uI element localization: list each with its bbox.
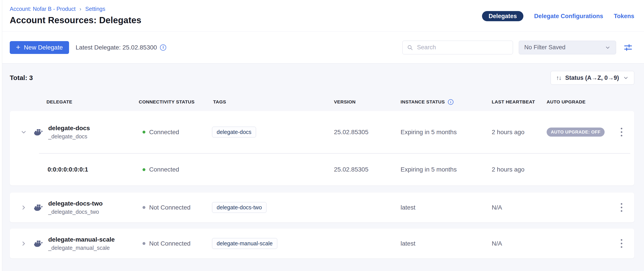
expand-row-button[interactable] <box>20 204 27 211</box>
table-header-row: DELEGATE CONNECTIVITY STATUS TAGS VERSIO… <box>10 93 634 110</box>
chevron-down-icon <box>605 45 610 50</box>
breadcrumb-account-link[interactable]: Account: Nofar B - Product <box>10 6 76 12</box>
tab-tokens[interactable]: Tokens <box>614 13 634 20</box>
docker-icon <box>34 239 44 248</box>
search-icon <box>407 44 413 51</box>
delegate-identifier: _delegate_manual_scale <box>48 245 115 251</box>
search-input[interactable] <box>416 44 508 51</box>
column-header-delegate: DELEGATE <box>10 99 139 105</box>
not-connected-dot-icon <box>142 242 146 245</box>
connected-dot-icon <box>142 131 146 134</box>
chevron-down-icon <box>623 75 629 81</box>
row-menu-button[interactable] <box>616 201 626 214</box>
connected-dot-icon <box>142 168 146 171</box>
instance-status-cell: latest <box>400 240 492 247</box>
delegate-identifier: _delegate_docs <box>48 133 90 140</box>
last-heartbeat-cell: 2 hours ago <box>492 129 547 136</box>
connectivity-status-cell: Not Connected <box>139 204 212 211</box>
tab-delegates[interactable]: Delegates <box>482 11 524 21</box>
chevron-down-icon <box>20 129 27 135</box>
sort-select[interactable]: ↑↓ Status (A→Z, 0→9) <box>550 71 634 85</box>
table-row[interactable]: delegate-docs _delegate_docs Connected d… <box>10 111 634 153</box>
delegates-list-panel: Total: 3 ↑↓ Status (A→Z, 0→9) DELEGATE C… <box>0 63 644 271</box>
delegate-card-delegate-manual-scale: delegate-manual-scale _delegate_manual_s… <box>10 229 634 259</box>
total-count-label: Total: 3 <box>10 74 33 82</box>
instance-status-cell: Expiring in 5 months <box>400 129 492 136</box>
search-box <box>402 41 513 54</box>
delegate-card-delegate-docs: delegate-docs _delegate_docs Connected d… <box>10 111 634 186</box>
instance-status-cell: Expiring in 5 months <box>400 166 492 173</box>
connectivity-status-cell: Connected <box>139 166 212 173</box>
docker-icon <box>34 203 44 212</box>
filter-settings-button[interactable] <box>622 41 634 54</box>
table-row[interactable]: delegate-manual-scale _delegate_manual_s… <box>10 229 634 259</box>
column-header-instance-status: INSTANCE STATUS i <box>400 99 492 105</box>
column-header-tags: TAGS <box>212 99 334 105</box>
resource-tabs: Delegates Delegate Configurations Tokens <box>482 11 634 21</box>
latest-delegate-info-icon[interactable]: i <box>160 44 166 51</box>
auto-upgrade-badge: AUTO UPGRADE: OFF <box>547 128 604 137</box>
collapse-row-button[interactable] <box>20 129 27 135</box>
collapsed-nav-edge <box>0 0 2 271</box>
delegate-instance-row: 0:0:0:0:0:0:0:1 Connected 25.02.85305 Ex… <box>10 154 634 186</box>
version-cell: 25.02.85305 <box>334 129 400 136</box>
instance-status-cell: latest <box>400 204 492 211</box>
column-header-version: VERSION <box>334 99 400 105</box>
page-header: Account: Nofar B - Product › Settings Ac… <box>0 0 644 32</box>
toolbar: + New Delegate Latest Delegate: 25.02.85… <box>0 32 644 63</box>
chevron-right-icon <box>20 240 27 247</box>
column-header-last-heartbeat: LAST HEARTBEAT <box>492 99 547 105</box>
docker-icon <box>34 128 44 137</box>
latest-delegate-info: Latest Delegate: 25.02.85300 i <box>76 44 166 51</box>
delegate-name[interactable]: delegate-docs-two <box>48 200 103 207</box>
breadcrumb-separator-icon: › <box>80 6 81 12</box>
row-menu-button[interactable] <box>616 237 626 250</box>
column-header-connectivity-status: CONNECTIVITY STATUS <box>139 99 212 105</box>
delegate-name[interactable]: delegate-docs <box>48 125 90 132</box>
instance-host: 0:0:0:0:0:0:0:1 <box>10 166 139 173</box>
connectivity-status-cell: Not Connected <box>139 240 212 247</box>
last-heartbeat-cell: 2 hours ago <box>492 166 547 173</box>
instance-status-info-icon[interactable]: i <box>448 99 454 105</box>
chevron-right-icon <box>20 204 27 211</box>
version-cell: 25.02.85305 <box>334 166 400 173</box>
tab-delegate-configurations[interactable]: Delegate Configurations <box>534 13 603 20</box>
delegate-tag: delegate-manual-scale <box>212 238 277 249</box>
last-heartbeat-cell: N/A <box>492 240 547 247</box>
saved-filter-select[interactable]: No Filter Saved <box>519 41 616 54</box>
plus-icon: + <box>16 43 20 51</box>
expand-row-button[interactable] <box>20 240 27 247</box>
sort-arrows-icon: ↑↓ <box>556 74 561 81</box>
delegate-identifier: _delegate_docs_two <box>48 209 103 215</box>
connectivity-status-cell: Connected <box>139 129 212 136</box>
delegate-tag: delegate-docs-two <box>212 202 266 213</box>
row-menu-button[interactable] <box>616 126 626 138</box>
breadcrumb-settings-link[interactable]: Settings <box>85 6 105 12</box>
not-connected-dot-icon <box>142 206 146 209</box>
delegate-card-delegate-docs-two: delegate-docs-two _delegate_docs_two Not… <box>10 193 634 222</box>
column-header-auto-upgrade: AUTO UPGRADE <box>547 99 616 105</box>
delegate-name[interactable]: delegate-manual-scale <box>48 236 115 243</box>
last-heartbeat-cell: N/A <box>492 204 547 211</box>
table-row[interactable]: delegate-docs-two _delegate_docs_two Not… <box>10 193 634 222</box>
new-delegate-button[interactable]: + New Delegate <box>10 41 69 54</box>
delegate-tag: delegate-docs <box>212 127 256 137</box>
sliders-icon <box>623 42 633 53</box>
